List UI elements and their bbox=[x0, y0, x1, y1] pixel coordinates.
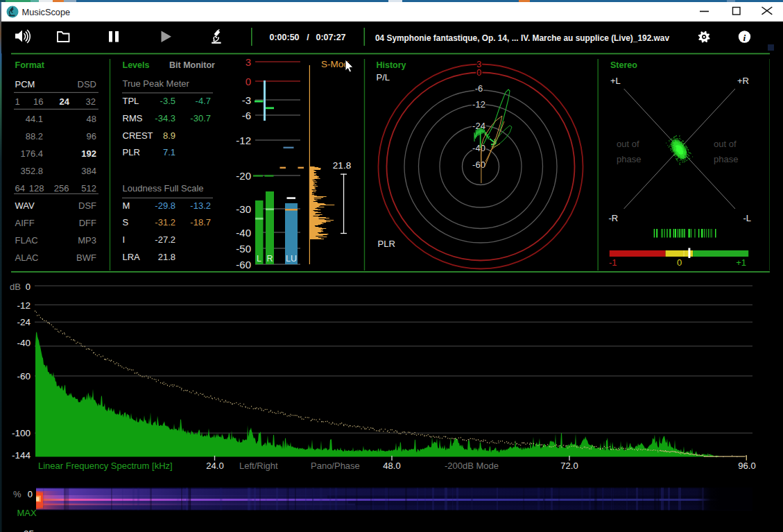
svg-text:96: 96 bbox=[87, 131, 96, 141]
svg-text:352.8: 352.8 bbox=[20, 166, 43, 176]
svg-text:88.2: 88.2 bbox=[26, 131, 43, 141]
svg-text:-100: -100 bbox=[12, 428, 31, 438]
svg-text:Loudness Full Scale: Loudness Full Scale bbox=[123, 183, 204, 194]
svg-text:MP3: MP3 bbox=[78, 235, 96, 246]
svg-text:-50: -50 bbox=[236, 243, 251, 255]
svg-text:3: 3 bbox=[246, 56, 251, 68]
svg-text:256: 256 bbox=[54, 183, 69, 194]
svg-text:0: 0 bbox=[476, 67, 481, 78]
svg-text:48.0: 48.0 bbox=[383, 461, 400, 471]
svg-text:AIFF: AIFF bbox=[15, 218, 35, 228]
svg-text:-40: -40 bbox=[17, 338, 31, 348]
svg-text:i: i bbox=[743, 33, 746, 43]
svg-text:LRA: LRA bbox=[123, 252, 141, 262]
svg-text:-30.7: -30.7 bbox=[190, 113, 211, 123]
svg-text:8.9: 8.9 bbox=[163, 130, 175, 141]
svg-text:0:07:27: 0:07:27 bbox=[316, 33, 345, 42]
svg-text:-30: -30 bbox=[236, 203, 251, 215]
svg-text:DSF: DSF bbox=[78, 200, 96, 211]
svg-text:out of: out of bbox=[714, 139, 737, 149]
svg-text:0:00:50: 0:00:50 bbox=[269, 33, 299, 42]
svg-text:384: 384 bbox=[81, 166, 96, 176]
svg-text:TPL: TPL bbox=[123, 96, 139, 106]
svg-text:44.1: 44.1 bbox=[26, 114, 43, 124]
svg-text:+R: +R bbox=[737, 76, 749, 86]
svg-text:Levels: Levels bbox=[123, 60, 150, 70]
svg-text:-3.5: -3.5 bbox=[160, 96, 175, 106]
svg-text:MusicScope: MusicScope bbox=[22, 7, 71, 17]
svg-text:LU: LU bbox=[286, 254, 297, 264]
svg-text:DSD: DSD bbox=[78, 79, 96, 89]
svg-text:History: History bbox=[377, 60, 406, 70]
svg-text:-4.7: -4.7 bbox=[196, 96, 211, 106]
svg-text:I: I bbox=[123, 234, 126, 245]
svg-text:16: 16 bbox=[33, 96, 43, 107]
svg-text:PLR: PLR bbox=[378, 239, 395, 249]
svg-text:Bit Monitor: Bit Monitor bbox=[169, 60, 215, 70]
svg-text:PLR: PLR bbox=[123, 147, 140, 157]
svg-text:/: / bbox=[307, 33, 309, 42]
svg-text:-L: -L bbox=[743, 213, 751, 223]
svg-text:64: 64 bbox=[15, 183, 25, 194]
svg-text:-60: -60 bbox=[17, 371, 31, 381]
svg-text:phase: phase bbox=[617, 154, 641, 164]
svg-text:-144: -144 bbox=[12, 450, 31, 461]
svg-text:-24: -24 bbox=[17, 317, 31, 327]
svg-text:Format: Format bbox=[15, 60, 45, 70]
svg-text:512: 512 bbox=[81, 183, 96, 194]
svg-text:phase: phase bbox=[714, 154, 738, 164]
svg-text:Linear Frequency Spectrum [kHz: Linear Frequency Spectrum [kHz] bbox=[38, 461, 173, 471]
svg-text:-60: -60 bbox=[236, 259, 251, 271]
svg-text:-1: -1 bbox=[609, 257, 617, 268]
svg-text:192: 192 bbox=[81, 148, 96, 159]
svg-text:out of: out of bbox=[617, 139, 639, 149]
svg-text:-12: -12 bbox=[17, 300, 31, 311]
svg-text:S: S bbox=[123, 217, 129, 228]
svg-text:Pano/Phase: Pano/Phase bbox=[311, 461, 360, 471]
svg-text:-13.2: -13.2 bbox=[190, 200, 211, 211]
svg-text:24: 24 bbox=[60, 96, 70, 107]
svg-text:-3: -3 bbox=[242, 94, 251, 106]
svg-text:21.8: 21.8 bbox=[333, 160, 351, 171]
svg-text:04 Symphonie fantastique, Op.: 04 Symphonie fantastique, Op. 14, ... IV… bbox=[375, 33, 670, 43]
svg-text:WAV: WAV bbox=[15, 200, 35, 211]
svg-text:-27.2: -27.2 bbox=[155, 234, 175, 245]
svg-text:-29.8: -29.8 bbox=[155, 200, 175, 211]
svg-text:PCM: PCM bbox=[15, 79, 35, 89]
svg-text:Left/Right: Left/Right bbox=[239, 461, 278, 471]
svg-text:176.4: 176.4 bbox=[20, 148, 43, 159]
svg-text:32: 32 bbox=[86, 96, 96, 107]
svg-text:-31.2: -31.2 bbox=[155, 217, 175, 228]
svg-text:S-Mod: S-Mod bbox=[321, 59, 349, 69]
svg-text:24.0: 24.0 bbox=[206, 461, 223, 471]
svg-text:-40: -40 bbox=[472, 143, 485, 153]
svg-text:0: 0 bbox=[26, 282, 31, 292]
svg-text:RMS: RMS bbox=[123, 113, 143, 123]
svg-text:-12: -12 bbox=[236, 135, 251, 146]
svg-text:%: % bbox=[13, 489, 21, 499]
svg-text:-35: -35 bbox=[20, 529, 34, 532]
svg-text:R: R bbox=[266, 254, 273, 264]
svg-text:-R: -R bbox=[609, 213, 619, 223]
svg-text:-20: -20 bbox=[236, 170, 251, 182]
svg-text:-60: -60 bbox=[472, 160, 485, 170]
svg-text:0: 0 bbox=[677, 257, 682, 268]
svg-text:ALAC: ALAC bbox=[15, 252, 39, 263]
svg-text:MAX: MAX bbox=[17, 508, 37, 518]
svg-text:FLAC: FLAC bbox=[15, 235, 38, 246]
svg-text:72.0: 72.0 bbox=[560, 461, 578, 471]
svg-text:DFF: DFF bbox=[79, 218, 96, 228]
svg-text:P/L: P/L bbox=[377, 72, 390, 83]
svg-text:1: 1 bbox=[15, 96, 20, 107]
svg-text:True Peak Meter: True Peak Meter bbox=[123, 78, 190, 89]
svg-text:CREST: CREST bbox=[123, 130, 153, 141]
svg-text:128: 128 bbox=[29, 183, 44, 194]
svg-text:L: L bbox=[257, 254, 261, 264]
svg-text:21.8: 21.8 bbox=[158, 252, 175, 262]
svg-text:-40: -40 bbox=[236, 227, 251, 239]
svg-text:M: M bbox=[123, 200, 130, 211]
svg-text:Stereo: Stereo bbox=[610, 60, 637, 70]
svg-text:-200dB Mode: -200dB Mode bbox=[445, 461, 499, 471]
svg-text:dB: dB bbox=[10, 282, 21, 292]
svg-text:7.1: 7.1 bbox=[163, 147, 175, 157]
